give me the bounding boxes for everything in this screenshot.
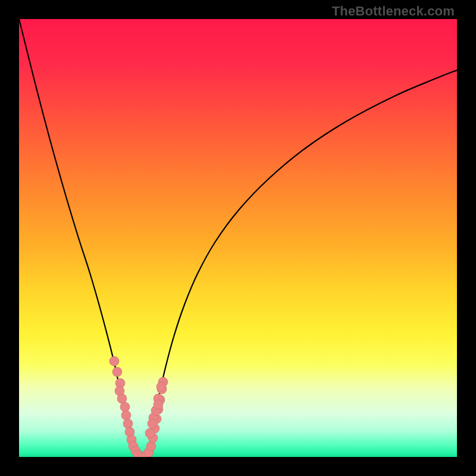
bottleneck-curve-right <box>146 70 457 457</box>
data-point <box>117 394 127 403</box>
plot-area <box>19 19 457 457</box>
data-point <box>148 419 157 428</box>
data-point <box>112 367 122 377</box>
data-point <box>154 400 163 409</box>
data-point <box>156 382 166 392</box>
data-point <box>146 441 156 451</box>
data-point <box>123 419 133 428</box>
chart-canvas: TheBottleneck.com <box>0 0 476 476</box>
curve-overlay <box>19 19 457 457</box>
data-point <box>121 411 131 420</box>
data-point <box>109 356 119 366</box>
attribution-label: TheBottleneck.com <box>332 4 455 19</box>
data-point <box>145 428 155 438</box>
data-point <box>120 402 130 412</box>
